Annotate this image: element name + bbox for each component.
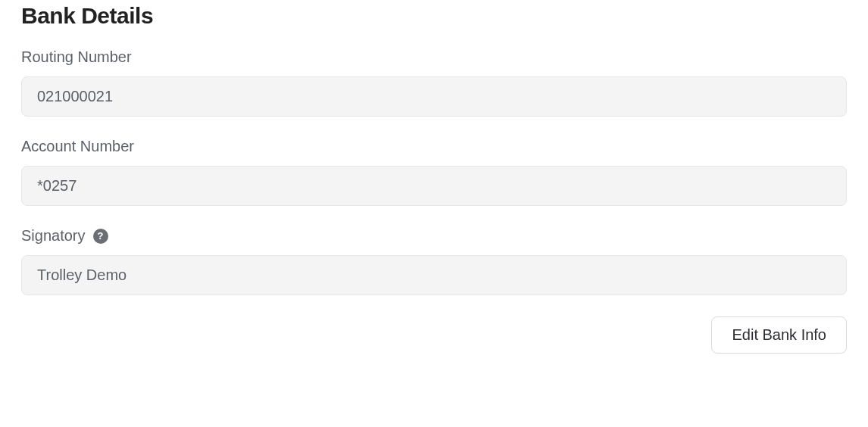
account-number-value: *0257 bbox=[21, 166, 847, 206]
account-number-field: Account Number *0257 bbox=[21, 138, 847, 206]
account-number-label: Account Number bbox=[21, 138, 847, 155]
edit-bank-info-button[interactable]: Edit Bank Info bbox=[711, 316, 847, 354]
routing-number-field: Routing Number 021000021 bbox=[21, 48, 847, 117]
bank-details-section: Bank Details Routing Number 021000021 Ac… bbox=[0, 3, 868, 354]
signatory-label: Signatory bbox=[21, 227, 86, 245]
help-icon[interactable]: ? bbox=[93, 229, 108, 244]
signatory-value: Trolley Demo bbox=[21, 255, 847, 295]
routing-number-value: 021000021 bbox=[21, 76, 847, 117]
page-title: Bank Details bbox=[21, 3, 847, 29]
actions-row: Edit Bank Info bbox=[21, 316, 847, 354]
signatory-field: Signatory ? Trolley Demo bbox=[21, 227, 847, 295]
routing-number-label: Routing Number bbox=[21, 48, 847, 66]
